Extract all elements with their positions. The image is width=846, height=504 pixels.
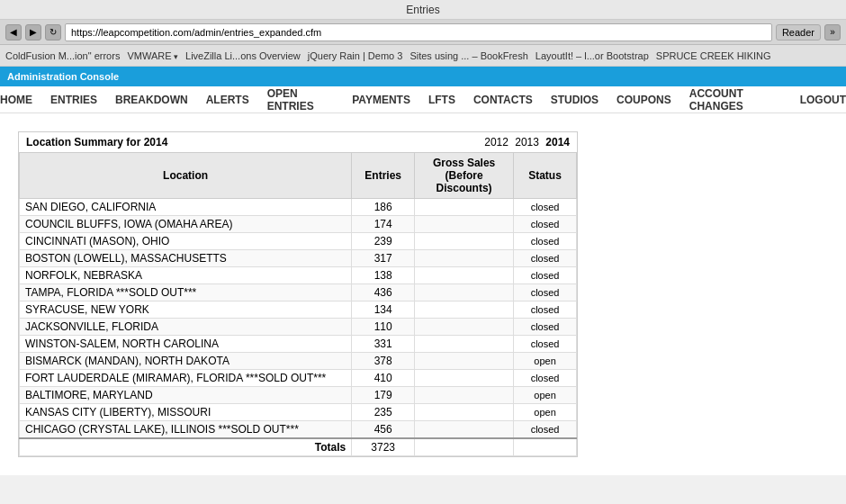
totals-status bbox=[514, 438, 577, 456]
refresh-button[interactable]: ↻ bbox=[45, 24, 61, 40]
back-button[interactable]: ◀ bbox=[5, 24, 22, 40]
entries-cell: 410 bbox=[352, 370, 415, 387]
location-cell: CINCINNATI (MASON), OHIO bbox=[20, 233, 352, 250]
entries-cell: 331 bbox=[352, 336, 415, 353]
status-cell: closed bbox=[514, 267, 577, 284]
status-cell: closed bbox=[514, 216, 577, 233]
sales-cell bbox=[415, 302, 514, 319]
nav-entries[interactable]: ENTRIES bbox=[50, 94, 97, 106]
location-cell: WINSTON-SALEM, NORTH CAROLINA bbox=[20, 336, 352, 353]
entries-cell: 174 bbox=[352, 216, 415, 233]
forward-button[interactable]: ▶ bbox=[25, 24, 41, 40]
sales-cell bbox=[415, 267, 514, 284]
sales-cell bbox=[415, 336, 514, 353]
sales-cell bbox=[415, 370, 514, 387]
bookmark-layoutit[interactable]: LayoutIt! – l...or Bootstrap bbox=[536, 50, 649, 61]
year-links: 2012 2013 2014 bbox=[481, 136, 570, 148]
table-row: TAMPA, FLORIDA ***SOLD OUT***436closed bbox=[20, 284, 577, 302]
totals-sales bbox=[415, 438, 514, 456]
status-cell: open bbox=[514, 353, 577, 370]
location-cell: NORFOLK, NEBRASKA bbox=[20, 267, 352, 284]
entries-cell: 317 bbox=[352, 250, 415, 267]
nav-coupons[interactable]: COUPONS bbox=[616, 94, 671, 106]
entries-cell: 436 bbox=[352, 284, 415, 302]
location-cell: FORT LAUDERDALE (MIRAMAR), FLORIDA ***SO… bbox=[20, 370, 352, 387]
sales-cell bbox=[415, 319, 514, 336]
year-2013[interactable]: 2013 bbox=[515, 136, 539, 148]
status-cell: closed bbox=[514, 302, 577, 319]
year-2012[interactable]: 2012 bbox=[484, 136, 508, 148]
table-title: Location Summary for 2014 bbox=[26, 136, 167, 148]
admin-bar: Administration Console bbox=[0, 67, 846, 86]
table-row: NORFOLK, NEBRASKA138closed bbox=[20, 267, 577, 284]
reader-button[interactable]: Reader bbox=[776, 24, 821, 40]
table-row: CINCINNATI (MASON), OHIO239closed bbox=[20, 233, 577, 250]
expand-button[interactable]: » bbox=[824, 24, 841, 40]
nav-contacts[interactable]: CONTACTS bbox=[473, 94, 533, 106]
table-row: FORT LAUDERDALE (MIRAMAR), FLORIDA ***SO… bbox=[20, 370, 577, 387]
table-row: CHICAGO (CRYSTAL LAKE), ILLINOIS ***SOLD… bbox=[20, 421, 577, 439]
status-cell: closed bbox=[514, 370, 577, 387]
bookmark-sites[interactable]: Sites using ... – BookFresh bbox=[410, 50, 527, 61]
location-cell: BISMARCK (MANDAN), NORTH DAKOTA bbox=[20, 353, 352, 370]
location-summary-container: Location Summary for 2014 2012 2013 2014… bbox=[18, 131, 578, 457]
table-header-row: Location Summary for 2014 2012 2013 2014 bbox=[19, 132, 577, 152]
bookmark-coldfusion[interactable]: ColdFusion M...ion" errors bbox=[5, 50, 120, 61]
entries-cell: 138 bbox=[352, 267, 415, 284]
sales-cell bbox=[415, 353, 514, 370]
nav-alerts[interactable]: ALERTS bbox=[206, 94, 249, 106]
nav-lfts[interactable]: LFTS bbox=[428, 94, 455, 106]
col-sales: Gross Sales(Before Discounts) bbox=[415, 153, 514, 199]
location-cell: COUNCIL BLUFFS, IOWA (OMAHA AREA) bbox=[20, 216, 352, 233]
table-row: SAN DIEGO, CALIFORNIA186closed bbox=[20, 199, 577, 216]
browser-title-bar: Entries bbox=[0, 0, 846, 20]
sales-cell bbox=[415, 250, 514, 267]
entries-cell: 134 bbox=[352, 302, 415, 319]
status-cell: closed bbox=[514, 336, 577, 353]
status-cell: closed bbox=[514, 284, 577, 302]
bookmark-jquery[interactable]: jQuery Rain | Demo 3 bbox=[308, 50, 403, 61]
location-cell: BOSTON (LOWELL), MASSACHUSETTS bbox=[20, 250, 352, 267]
table-row: WINSTON-SALEM, NORTH CAROLINA331closed bbox=[20, 336, 577, 353]
bookmark-vmware[interactable]: VMWARE bbox=[127, 50, 178, 61]
sales-cell bbox=[415, 216, 514, 233]
bookmark-livezilla[interactable]: LiveZilla Li...ons Overview bbox=[185, 50, 301, 61]
sales-cell bbox=[415, 404, 514, 421]
year-2014[interactable]: 2014 bbox=[545, 136, 570, 148]
entries-cell: 235 bbox=[352, 404, 415, 421]
nav-open-entries[interactable]: OPEN ENTRIES bbox=[267, 87, 335, 112]
location-cell: KANSAS CITY (LIBERTY), MISSOURI bbox=[20, 404, 352, 421]
nav-home[interactable]: HOME bbox=[0, 94, 32, 106]
table-row: KANSAS CITY (LIBERTY), MISSOURI235open bbox=[20, 404, 577, 421]
location-cell: BALTIMORE, MARYLAND bbox=[20, 387, 352, 404]
entries-cell: 378 bbox=[352, 353, 415, 370]
location-cell: TAMPA, FLORIDA ***SOLD OUT*** bbox=[20, 284, 352, 302]
status-cell: open bbox=[514, 404, 577, 421]
location-table: Location Entries Gross Sales(Before Disc… bbox=[19, 152, 577, 456]
nav-payments[interactable]: PAYMENTS bbox=[352, 94, 410, 106]
nav-logout[interactable]: LOGOUT bbox=[800, 94, 846, 106]
totals-entries: 3723 bbox=[352, 438, 415, 456]
location-cell: SAN DIEGO, CALIFORNIA bbox=[20, 199, 352, 216]
table-row: COUNCIL BLUFFS, IOWA (OMAHA AREA)174clos… bbox=[20, 216, 577, 233]
status-cell: closed bbox=[514, 319, 577, 336]
nav-studios[interactable]: STUDIOS bbox=[551, 94, 598, 106]
page-title: Entries bbox=[406, 4, 439, 16]
content-area: Location Summary for 2014 2012 2013 2014… bbox=[0, 113, 846, 475]
table-row: JACKSONVILLE, FLORIDA110closed bbox=[20, 319, 577, 336]
bookmark-spruce[interactable]: SPRUCE CREEK HIKING bbox=[656, 50, 771, 61]
location-cell: SYRACUSE, NEW YORK bbox=[20, 302, 352, 319]
table-row: BOSTON (LOWELL), MASSACHUSETTS317closed bbox=[20, 250, 577, 267]
browser-toolbar: ◀ ▶ ↻ Reader » bbox=[0, 20, 846, 45]
status-cell: closed bbox=[514, 233, 577, 250]
entries-cell: 456 bbox=[352, 421, 415, 439]
status-cell: open bbox=[514, 387, 577, 404]
entries-cell: 186 bbox=[352, 199, 415, 216]
nav-account-changes[interactable]: ACCOUNT CHANGES bbox=[689, 87, 782, 112]
totals-row: Totals3723 bbox=[20, 438, 577, 456]
address-bar[interactable] bbox=[65, 23, 772, 41]
nav-breakdown[interactable]: BREAKDOWN bbox=[115, 94, 188, 106]
col-location: Location bbox=[20, 153, 352, 199]
entries-cell: 179 bbox=[352, 387, 415, 404]
sales-cell bbox=[415, 284, 514, 302]
